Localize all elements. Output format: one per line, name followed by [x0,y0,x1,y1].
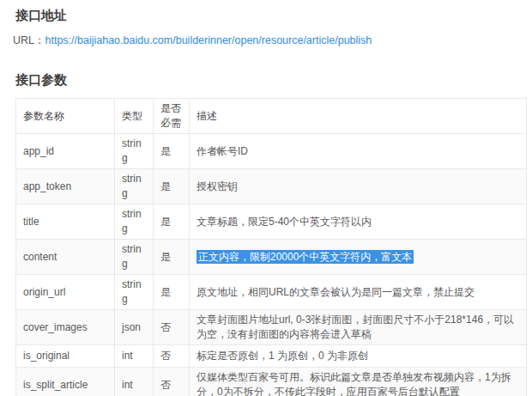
api-doc-page: 接口地址 URL：https://baijiahao.baidu.com/bui… [0,0,532,396]
param-required: 否 [154,368,190,396]
col-header-param-name: 参数名称 [16,99,115,134]
selected-text: 正文内容，限制20000个中英文字符内，富文本 [196,250,414,264]
table-row-app-token: app_token string 是 授权密钥 [16,169,527,204]
param-name: title [16,204,115,240]
table-row-is-original: is_original int 否 标定是否原创，1 为原创，0 为非原创 [16,345,527,368]
param-name: content [16,240,115,275]
param-required: 是 [154,240,190,275]
param-description: 授权密钥 [190,169,527,204]
param-required: 否 [154,310,190,345]
param-type: int [115,345,154,368]
param-description: 文章封面图片地址url, 0-3张封面图，封面图尺寸不小于218*146，可以为… [190,310,527,345]
param-required: 是 [154,275,190,310]
url-line: URL：https://baijiahao.baidu.com/builderi… [13,34,532,48]
col-header-required: 是否必需 [154,99,190,134]
param-description: 作者帐号ID [190,134,527,169]
param-name: app_id [16,134,115,169]
param-type: string [115,240,154,275]
table-row-title: title string 是 文章标题，限定5-40个中英文字符以内 [16,204,527,240]
col-header-type: 类型 [115,99,154,134]
param-description: 文章标题，限定5-40个中英文字符以内 [190,204,527,240]
param-required: 是 [154,204,190,240]
param-description: 仅媒体类型百家号可用。标识此篇文章是否单独发布视频内容，1为拆分，0为不拆分，不… [190,368,527,396]
param-name: cover_images [16,310,115,345]
table-row-is-split-article: is_split_article int 否 仅媒体类型百家号可用。标识此篇文章… [16,368,527,396]
url-label: URL： [13,34,45,46]
param-type: string [115,169,154,204]
param-name: is_split_article [16,368,115,396]
param-description: 原文地址，相同URL的文章会被认为是同一篇文章，禁止提交 [190,275,527,310]
table-row-content: content string 是 正文内容，限制20000个中英文字符内，富文本 [16,240,527,275]
col-header-description: 描述 [190,99,527,134]
params-table: 参数名称 类型 是否必需 描述 app_id string 是 作者帐号ID a… [15,98,527,396]
param-name: app_token [16,169,115,204]
table-header-row: 参数名称 类型 是否必需 描述 [16,99,527,134]
param-type: string [115,134,154,169]
param-type: json [115,310,154,345]
api-url-link[interactable]: https://baijiahao.baidu.com/builderinner… [45,34,372,46]
param-name: origin_url [16,275,115,310]
param-required: 否 [154,345,190,368]
param-type: string [115,275,154,310]
table-row-origin-url: origin_url string 是 原文地址，相同URL的文章会被认为是同一… [16,275,527,310]
param-required: 是 [154,134,190,169]
table-row-cover-images: cover_images json 否 文章封面图片地址url, 0-3张封面图… [16,310,527,345]
param-description: 正文内容，限制20000个中英文字符内，富文本 [190,240,527,275]
table-row-app-id: app_id string 是 作者帐号ID [16,134,527,169]
param-name: is_original [16,345,115,368]
param-description: 标定是否原创，1 为原创，0 为非原创 [190,345,527,368]
param-required: 是 [154,169,190,204]
section-title-api-address: 接口地址 [15,7,532,24]
param-type: string [115,204,154,240]
section-title-api-params: 接口参数 [15,71,532,88]
param-type: int [115,368,154,396]
